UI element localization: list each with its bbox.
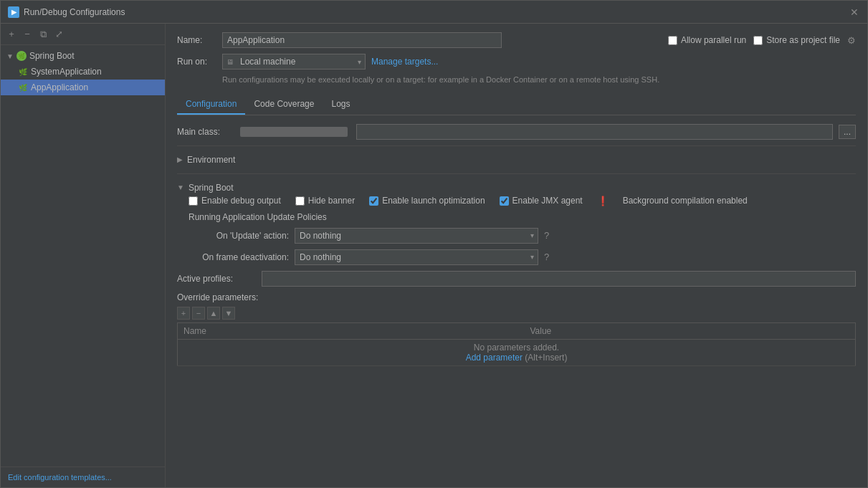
active-profiles-label: Active profiles: (177, 274, 256, 284)
spring-boot-checkboxes: Enable debug output Hide banner Enable l… (189, 196, 856, 206)
update-action-select[interactable]: Do nothing Update classes and resources … (295, 228, 538, 244)
dialog-body: + − ⧉ ⤢ ▼ 🌿 Spring Boot 🌿 SystemApplicat… (1, 24, 867, 487)
enable-debug-checkbox-label[interactable]: Enable debug output (189, 196, 281, 206)
copy-config-button[interactable]: ⧉ (37, 28, 49, 41)
enable-launch-checkbox-label[interactable]: Enable launch optimization (369, 196, 485, 206)
hide-banner-label: Hide banner (308, 196, 355, 206)
remove-config-button[interactable]: − (21, 28, 34, 41)
hide-banner-checkbox-label[interactable]: Hide banner (295, 196, 355, 206)
gear-icon[interactable]: ⚙ (847, 35, 856, 46)
name-label: Name: (177, 35, 216, 45)
no-params-text: No parameters added. (183, 343, 849, 353)
running-app-update-policies-title: Running Application Update Policies (189, 212, 856, 222)
main-content: Name: Allow parallel run Store as projec… (166, 24, 867, 487)
remove-param-button[interactable]: − (192, 307, 205, 320)
frame-deactivation-row: On frame deactivation: Do nothing Update… (189, 249, 856, 265)
store-project-checkbox[interactable] (753, 36, 763, 45)
main-class-browse-button[interactable]: ... (839, 125, 856, 139)
system-application-label: SystemApplication (31, 67, 102, 77)
add-param-link-row: Add parameter (Alt+Insert) (183, 353, 849, 363)
enable-debug-label: Enable debug output (201, 196, 281, 206)
store-project-checkbox-label[interactable]: Store as project file (753, 35, 840, 45)
update-action-label: On 'Update' action: (189, 231, 289, 241)
enable-launch-label: Enable launch optimization (382, 196, 485, 206)
add-param-link[interactable]: Add parameter (466, 353, 523, 363)
move-param-up-button[interactable]: ▲ (207, 307, 220, 320)
chevron-down-icon: ▼ (6, 52, 14, 60)
dialog-title: Run/Debug Configurations (24, 7, 125, 17)
environment-section-label: Environment (187, 155, 235, 165)
manage-targets-link[interactable]: Manage targets... (371, 57, 438, 67)
run-debug-dialog: ▶ Run/Debug Configurations ✕ + − ⧉ ⤢ ▼ 🌿… (0, 0, 868, 488)
update-action-select-wrapper: Do nothing Update classes and resources … (295, 228, 538, 244)
close-button[interactable]: ✕ (849, 6, 860, 18)
no-params-cell: No parameters added. Add parameter (Alt+… (178, 339, 856, 365)
spring-icon: 🌿 (16, 51, 27, 61)
chevron-right-icon: ▶ (177, 156, 183, 163)
run-on-row: Run on: 🖥 Local machine ▾ Manage targets… (177, 54, 856, 70)
environment-section-header[interactable]: ▶ Environment (177, 152, 856, 168)
run-on-label: Run on: (177, 57, 216, 67)
enable-jmx-checkbox-label[interactable]: Enable JMX agent (500, 196, 583, 206)
edit-configuration-templates-link[interactable]: Edit configuration templates... (1, 467, 165, 487)
chevron-down-icon-2: ▼ (177, 183, 184, 191)
tab-code-coverage[interactable]: Code Coverage (245, 95, 323, 115)
update-action-help-icon[interactable]: ? (544, 230, 549, 241)
frame-deactivation-select[interactable]: Do nothing Update classes and resources … (295, 249, 538, 265)
add-param-button[interactable]: + (177, 307, 190, 320)
hide-banner-checkbox[interactable] (295, 196, 305, 206)
sidebar-item-app-application[interactable]: 🌿 AppApplication (1, 80, 165, 95)
enable-jmx-checkbox[interactable] (500, 196, 509, 206)
divider-2 (177, 173, 856, 174)
active-profiles-input[interactable] (262, 271, 856, 287)
enable-jmx-label: Enable JMX agent (512, 196, 583, 206)
update-action-row: On 'Update' action: Do nothing Update cl… (189, 228, 856, 244)
dialog-icon: ▶ (8, 6, 19, 18)
hint-text: Run configurations may be executed local… (222, 74, 856, 86)
enable-launch-checkbox[interactable] (369, 196, 378, 206)
frame-deactivation-label: On frame deactivation: (189, 252, 289, 262)
params-col-value: Value (524, 322, 855, 339)
run-on-select[interactable]: Local machine (222, 54, 366, 70)
params-table: Name Value No parameters added. Add para… (177, 322, 856, 366)
run-icon: 🌿 (18, 67, 28, 77)
sidebar-tree: ▼ 🌿 Spring Boot 🌿 SystemApplication 🌿 Ap… (1, 45, 165, 467)
app-application-label: AppApplication (31, 82, 88, 92)
tab-configuration[interactable]: Configuration (177, 95, 245, 115)
sidebar: + − ⧉ ⤢ ▼ 🌿 Spring Boot 🌿 SystemApplicat… (1, 24, 166, 487)
enable-debug-checkbox[interactable] (189, 196, 198, 206)
tabs: Configuration Code Coverage Logs (177, 95, 856, 115)
sidebar-item-system-application[interactable]: 🌿 SystemApplication (1, 64, 165, 80)
params-toolbar: + − ▲ ▼ (177, 307, 856, 320)
name-input[interactable] (222, 32, 502, 48)
run-on-select-wrapper: 🖥 Local machine ▾ (222, 54, 366, 70)
allow-parallel-checkbox[interactable] (668, 36, 677, 45)
main-class-row: Main class: ... (177, 124, 856, 140)
tab-logs[interactable]: Logs (323, 95, 358, 115)
move-param-down-button[interactable]: ▼ (222, 307, 235, 320)
no-params-row: No parameters added. Add parameter (Alt+… (178, 339, 856, 365)
sidebar-toolbar: + − ⧉ ⤢ (1, 24, 165, 45)
title-bar-left: ▶ Run/Debug Configurations (8, 6, 125, 18)
override-params-label: Override parameters: (177, 292, 856, 302)
title-bar: ▶ Run/Debug Configurations ✕ (1, 1, 867, 24)
add-config-button[interactable]: + (5, 28, 18, 41)
main-class-blurred-value (240, 127, 348, 137)
allow-parallel-checkbox-label[interactable]: Allow parallel run (668, 35, 746, 45)
add-param-shortcut: (Alt+Insert) (525, 353, 567, 363)
store-project-label: Store as project file (766, 35, 840, 45)
background-compilation-error-icon: ❗ (597, 196, 609, 206)
background-compilation-label: Background compilation enabled (623, 196, 748, 206)
main-class-label: Main class: (177, 127, 234, 137)
main-class-input[interactable] (356, 124, 833, 140)
configuration-panel: Main class: ... ▶ Environment ▼ Spring B… (177, 124, 856, 479)
run-icon-2: 🌿 (18, 82, 28, 92)
frame-deactivation-help-icon[interactable]: ? (544, 252, 549, 262)
divider-1 (177, 145, 856, 146)
spring-boot-section-header[interactable]: ▼ Spring Boot (177, 180, 856, 196)
sidebar-item-spring-boot-group[interactable]: ▼ 🌿 Spring Boot (1, 48, 165, 64)
params-col-name: Name (178, 322, 525, 339)
spring-boot-section-content: Enable debug output Hide banner Enable l… (177, 196, 856, 265)
move-config-button[interactable]: ⤢ (52, 28, 65, 41)
spring-boot-group-label: Spring Boot (29, 51, 75, 61)
